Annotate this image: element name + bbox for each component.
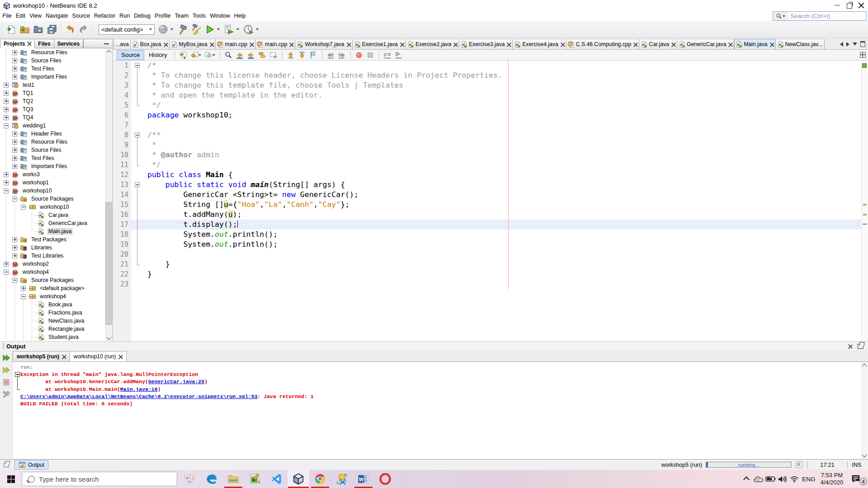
scroll-up-button[interactable] — [105, 48, 113, 55]
tree-row[interactable]: Rectangle.java — [0, 325, 105, 333]
start-button[interactable] — [0, 470, 22, 488]
close-tab-icon[interactable] — [728, 42, 732, 47]
menu-refactor[interactable]: Refactor — [92, 13, 118, 19]
tree-row[interactable]: workshop1 — [0, 178, 105, 187]
clean-and-build-project-button[interactable] — [189, 23, 203, 36]
maximize-editor-button[interactable] — [860, 41, 865, 47]
stack-trace-link[interactable]: C:\Users\admin\AppData\Local\NetBeans\Ca… — [20, 394, 258, 399]
expand-toggle[interactable] — [12, 50, 17, 55]
output-console[interactable]: run:Exception in thread "main" java.lang… — [13, 362, 868, 459]
close-tab-icon[interactable] — [210, 42, 214, 47]
editor-tab[interactable]: MyBox.java — [170, 39, 216, 49]
editor-tab[interactable]: Exercise1.java — [353, 39, 406, 49]
minimize-button[interactable] — [831, 0, 844, 10]
taskbar-app-chrome[interactable] — [309, 470, 331, 488]
expand-toggle[interactable] — [4, 83, 9, 88]
taskbar-clock[interactable]: 7:53 PM4/4/2020 — [817, 472, 846, 486]
next-occurrence-button[interactable] — [245, 51, 257, 59]
tree-row[interactable]: workshop2 — [0, 260, 105, 268]
language-indicator[interactable]: ENG — [800, 476, 817, 483]
taskbar-search-box[interactable]: Type here to search — [22, 472, 177, 486]
output-scrollbar[interactable] — [861, 362, 868, 459]
scroll-tabs-left-button[interactable] — [840, 42, 843, 47]
source-view-button[interactable]: Source — [117, 50, 144, 60]
stop-macro-recording-button[interactable] — [365, 51, 376, 59]
close-tab-icon[interactable] — [164, 42, 168, 47]
previous-occurrence-button[interactable] — [234, 51, 245, 59]
code-editor[interactable]: 1234567891011121314151617181920212223/* … — [113, 61, 868, 341]
output-tab[interactable]: workshop10 (run) — [70, 351, 127, 362]
minimize-panel-button[interactable] — [83, 39, 113, 48]
debug-project-button[interactable] — [222, 23, 236, 36]
split-editor-icon[interactable] — [860, 52, 866, 58]
tree-row[interactable]: workshop10 — [0, 203, 105, 211]
scroll-down-button[interactable] — [105, 334, 113, 341]
scroll-tabs-right-button[interactable] — [846, 42, 849, 47]
close-tab-icon[interactable] — [27, 42, 31, 46]
menu-debug[interactable]: Debug — [132, 13, 153, 19]
tab-list-button[interactable] — [853, 42, 857, 46]
editor-tab[interactable]: C.S.46.Computing.cpp — [566, 39, 640, 49]
tree-row[interactable]: Source Files — [0, 146, 105, 154]
tree-row[interactable]: Test Libraries — [0, 252, 105, 260]
run-project-dropdown[interactable] — [217, 23, 222, 36]
tree-row[interactable]: wedding1 — [0, 122, 105, 130]
stack-trace-link[interactable]: GenericCar.java:25 — [148, 379, 204, 385]
taskbar-app-sql-server[interactable] — [331, 470, 353, 488]
close-tab-icon[interactable] — [250, 42, 254, 47]
editor-tab[interactable]: Exercise4.java — [513, 39, 566, 49]
close-tab-icon[interactable] — [347, 42, 351, 47]
expand-toggle[interactable] — [12, 245, 17, 250]
config-selector[interactable]: <default config> — [99, 24, 155, 35]
profile-project-button[interactable] — [242, 23, 255, 36]
process-list-icon[interactable] — [796, 461, 802, 468]
tree-row[interactable]: Student.java — [0, 333, 105, 341]
tree-row[interactable]: <default package> — [0, 284, 105, 292]
editor-tab[interactable]: Box.java — [131, 39, 170, 49]
collapse-toggle[interactable] — [12, 197, 17, 202]
expand-toggle[interactable] — [4, 91, 9, 96]
last-edit-position-button[interactable] — [178, 51, 189, 59]
history-view-button[interactable]: History — [144, 51, 171, 60]
close-tab-icon[interactable] — [453, 42, 458, 47]
expand-toggle[interactable] — [12, 66, 17, 71]
close-tab-icon[interactable] — [561, 42, 565, 47]
editor-tab[interactable]: Exercise2.java — [406, 39, 459, 49]
expand-toggle[interactable] — [12, 131, 17, 136]
collapse-toggle[interactable] — [4, 270, 9, 275]
start-macro-recording-button[interactable] — [354, 51, 365, 59]
tray-expand-button[interactable] — [741, 477, 752, 481]
redo-button[interactable] — [77, 23, 90, 36]
comment-button[interactable] — [382, 51, 393, 59]
code-fold-toggle[interactable] — [135, 63, 140, 68]
taskbar-app-word[interactable] — [353, 470, 374, 488]
menu-view[interactable]: View — [28, 13, 44, 19]
tree-row[interactable]: works3 — [0, 170, 105, 178]
next-bookmark-button[interactable] — [297, 51, 308, 59]
new-file-button[interactable] — [5, 23, 18, 36]
menu-file[interactable]: File — [0, 13, 14, 19]
tree-scrollbar[interactable] — [105, 48, 113, 341]
tree-row[interactable]: Main.java — [0, 227, 105, 235]
scroll-up-button[interactable] — [861, 362, 868, 369]
find-selection-button[interactable] — [223, 51, 234, 59]
expand-toggle[interactable] — [4, 107, 9, 112]
scroll-down-button[interactable] — [861, 452, 868, 459]
toggle-highlight-search-button[interactable] — [257, 51, 268, 59]
tree-row[interactable]: Header Files — [0, 130, 105, 138]
undo-button[interactable] — [63, 23, 77, 36]
action-center-button[interactable]: 4 — [846, 474, 865, 484]
expand-toggle[interactable] — [12, 148, 17, 153]
profile-project-dropdown[interactable] — [255, 23, 261, 36]
tree-row[interactable]: NewClass.java — [0, 317, 105, 325]
quick-search-box[interactable]: Search (Ctrl+I) — [773, 11, 867, 21]
tree-row[interactable]: workshop4 — [0, 268, 105, 276]
taskbar-app-file-explorer[interactable] — [222, 470, 244, 488]
expand-toggle[interactable] — [4, 180, 9, 185]
expand-toggle[interactable] — [21, 286, 26, 291]
tree-row[interactable]: TQ4 — [0, 113, 105, 122]
forward-button[interactable] — [203, 51, 217, 59]
editor-tab[interactable]: Workshop7.java — [295, 39, 352, 49]
panel-tab-files[interactable]: Files — [35, 39, 54, 48]
menu-run[interactable]: Run — [118, 13, 132, 19]
